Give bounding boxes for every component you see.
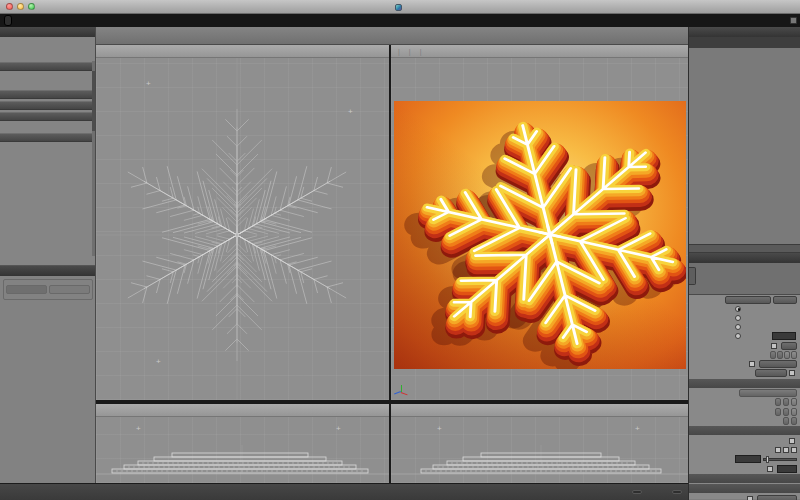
pers-view-canvas[interactable] [391, 58, 688, 400]
guide-cross: + [136, 425, 141, 433]
target-radio[interactable] [735, 315, 741, 321]
coordinate-mode-dropdown[interactable] [632, 490, 642, 494]
target-cursor-button[interactable] [775, 408, 781, 416]
browser-header[interactable] [689, 27, 800, 37]
target-link-button[interactable] [791, 408, 797, 416]
eye-target-cursor-button[interactable] [783, 417, 789, 425]
pers-viewport-header: | | | [391, 45, 688, 58]
link-axis-dropdown[interactable] [759, 360, 797, 368]
camera-panel [689, 295, 800, 499]
memorize-button[interactable] [6, 285, 47, 294]
right-viewport-header [391, 404, 688, 417]
object-type-tabs [0, 71, 95, 82]
aggregate-header[interactable] [689, 253, 800, 263]
safe-zone-checkbox[interactable] [767, 466, 773, 472]
display-header [689, 426, 800, 435]
right-viewport: + + [391, 404, 688, 483]
memory-button[interactable] [770, 351, 776, 359]
cube-speed-dropdown[interactable] [781, 342, 797, 350]
shape-tab-stub[interactable] [689, 267, 696, 285]
toolbox-panel [0, 27, 96, 483]
link-axis-checkbox[interactable] [749, 361, 755, 367]
guide-cross: + [348, 108, 353, 116]
cube-speed-checkbox[interactable] [771, 343, 777, 349]
save-button[interactable] [791, 351, 797, 359]
snowflake-wireframe [96, 58, 389, 400]
clear-button[interactable] [49, 285, 90, 294]
toolbox-modes [0, 37, 95, 62]
right-view-wireframe [391, 417, 688, 483]
top-view-canvas[interactable]: + + + [96, 58, 389, 400]
unit-dropdown[interactable] [672, 490, 682, 494]
convert-memorize-group [3, 279, 93, 300]
eye-target-radio[interactable] [735, 324, 741, 330]
other-section-header[interactable] [0, 133, 95, 142]
aggregate-tabs [689, 263, 800, 295]
axis-selector[interactable] [395, 386, 411, 398]
guide-cross: + [437, 425, 442, 433]
eye-object-button[interactable] [783, 398, 789, 406]
guide-cross: + [635, 425, 640, 433]
stereo-camera-checkbox[interactable] [747, 496, 753, 500]
camera-object-checkbox-1[interactable] [775, 447, 781, 453]
guide-cross: + [146, 80, 151, 88]
toolbox-header[interactable] [0, 27, 95, 37]
restore-button[interactable] [777, 351, 783, 359]
light-camera-section-header[interactable] [0, 101, 95, 110]
object-browser-tree [689, 48, 800, 244]
object-section-header[interactable] [0, 62, 95, 71]
misc-header [689, 474, 800, 483]
status-bar [0, 483, 688, 500]
window-titlebar [0, 0, 800, 14]
camera-preset-dropdown[interactable] [773, 296, 797, 304]
rendering-area-checkbox[interactable] [789, 438, 795, 444]
main-toolbar [96, 27, 688, 45]
mode-dropdown[interactable] [755, 369, 787, 377]
front-view-canvas[interactable]: + + [96, 417, 389, 483]
selection-status [689, 244, 800, 253]
tool-parameters-panel [0, 265, 96, 483]
pers-viewport: | | | [391, 45, 688, 400]
top-viewport: + + + [96, 45, 389, 400]
right-panel [688, 27, 800, 500]
move-copy-section-header[interactable] [0, 112, 95, 121]
fit-to-selection-button[interactable] [739, 389, 797, 397]
front-viewport-header [96, 404, 389, 417]
scale-slider[interactable] [763, 458, 797, 461]
top-viewport-header [96, 45, 389, 58]
zoom-radio[interactable] [735, 333, 741, 339]
toolbox-scrollbar[interactable] [92, 61, 95, 256]
safe-zone-field[interactable] [777, 465, 797, 473]
camera-object-checkbox-2[interactable] [783, 447, 789, 453]
camera-meta-dropdown[interactable] [725, 296, 771, 304]
workspace-tabs [4, 15, 12, 26]
browser-tabs [689, 37, 800, 48]
panel-toggle-button[interactable] [790, 17, 797, 24]
rendered-image[interactable] [394, 101, 686, 369]
eye-target-object-button[interactable] [791, 417, 797, 425]
load-button[interactable] [784, 351, 790, 359]
document-icon [395, 4, 402, 11]
target-object-button[interactable] [783, 408, 789, 416]
workspace-tabbar [0, 14, 800, 27]
tool-parameters-header[interactable] [0, 266, 96, 276]
solid-section-header[interactable] [0, 90, 95, 99]
rendered-snowflake [394, 101, 686, 369]
guide-cross: + [336, 425, 341, 433]
stereo-mode-dropdown[interactable] [757, 495, 797, 500]
front-viewport: + + [96, 404, 389, 483]
eye-radio[interactable] [735, 306, 741, 312]
set-link-header [689, 379, 800, 388]
camera-object-checkbox-3[interactable] [791, 447, 797, 453]
scale-field[interactable] [735, 455, 761, 463]
zoom-value-field[interactable] [772, 332, 796, 340]
window-title [0, 0, 800, 14]
right-view-canvas[interactable]: + + [391, 417, 688, 483]
stereo-settings-header [689, 484, 800, 493]
guide-cross: + [156, 358, 161, 366]
axis-gizmo [395, 386, 407, 398]
eye-cursor-button[interactable] [775, 398, 781, 406]
filter-icon[interactable] [789, 38, 799, 48]
distant-checkbox[interactable] [789, 370, 795, 376]
eye-link-button[interactable] [791, 398, 797, 406]
